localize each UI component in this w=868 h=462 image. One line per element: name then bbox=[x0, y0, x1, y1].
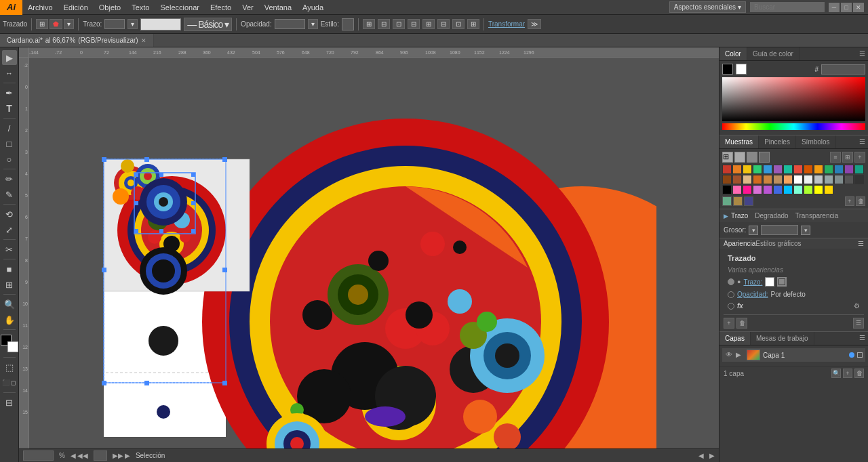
swatch-chocolate[interactable] bbox=[753, 175, 762, 184]
menu-ayuda[interactable]: Ayuda bbox=[297, 1, 329, 14]
mesh-tool[interactable]: ⊞ bbox=[2, 277, 17, 292]
tb-align6[interactable]: ⊟ bbox=[437, 19, 450, 29]
swatch-purple[interactable] bbox=[773, 165, 783, 174]
apariencia-tab-label[interactable]: Apariencia bbox=[724, 240, 755, 247]
swatch-deep-pink[interactable] bbox=[743, 185, 752, 194]
apariencia-trazo-visibility[interactable]: ● bbox=[737, 278, 741, 285]
tb-align3[interactable]: ⊡ bbox=[393, 19, 405, 29]
hex-input[interactable]: 000000 bbox=[821, 64, 865, 75]
ellipse-tool[interactable]: ○ bbox=[2, 152, 17, 167]
next-page-button[interactable]: ▶ bbox=[125, 452, 130, 459]
swatch-orchid[interactable] bbox=[753, 185, 762, 194]
tab-close-button[interactable]: ✕ bbox=[141, 37, 146, 44]
muestras-menu[interactable]: ☰ bbox=[856, 135, 868, 148]
swatch-black[interactable] bbox=[722, 185, 732, 194]
menu-seleccionar[interactable]: Seleccionar bbox=[155, 1, 204, 14]
swatch-sienna[interactable] bbox=[732, 175, 742, 184]
swatch-asbestos[interactable] bbox=[834, 175, 844, 184]
apariencia-new-btn[interactable]: + bbox=[724, 318, 734, 329]
trazo-input[interactable] bbox=[104, 19, 125, 29]
swatch-concrete[interactable] bbox=[824, 175, 833, 184]
trazo-dropdown[interactable]: ▾ bbox=[127, 19, 138, 29]
tb-extra[interactable]: ≫ bbox=[528, 19, 541, 29]
fx-label[interactable]: fx bbox=[737, 302, 743, 310]
tab-capas[interactable]: Capas bbox=[719, 332, 751, 345]
gradient-tool[interactable]: ■ bbox=[2, 261, 17, 276]
workspace-dropdown[interactable]: Aspectos esenciales ▾ bbox=[669, 1, 746, 13]
swatch-violet[interactable] bbox=[844, 165, 854, 174]
grosor-dropdown[interactable]: ▾ bbox=[801, 226, 810, 235]
background-color[interactable] bbox=[7, 341, 18, 352]
stroke-expand-icon[interactable]: ▶ bbox=[724, 213, 728, 219]
stroke-swatch[interactable] bbox=[140, 18, 181, 30]
apariencia-trazo-eye[interactable] bbox=[728, 278, 734, 285]
swatch-burlywood[interactable] bbox=[743, 175, 752, 184]
transparencia-label[interactable]: Transparencia bbox=[795, 212, 839, 219]
tab-muestras[interactable]: Muestras bbox=[719, 135, 759, 148]
menu-edicion[interactable]: Edición bbox=[58, 1, 94, 14]
view-normal[interactable]: ⬛ bbox=[2, 375, 9, 390]
tb-icon-1[interactable]: ⊞ bbox=[36, 19, 48, 29]
menu-ventana[interactable]: Ventana bbox=[259, 1, 297, 14]
layer-eye-1[interactable]: 👁 bbox=[725, 351, 733, 359]
swatch-deep-sky[interactable] bbox=[783, 185, 793, 194]
zoom-tool[interactable]: 🔍 bbox=[2, 297, 17, 312]
swatches-icon-2[interactable] bbox=[734, 152, 745, 163]
swatch-orange[interactable] bbox=[732, 165, 742, 174]
tb-align8[interactable]: ⊞ bbox=[467, 19, 479, 29]
swatches-list-btn[interactable]: ≡ bbox=[830, 152, 841, 163]
tb-align1[interactable]: ⊞ bbox=[363, 19, 375, 29]
search-layers-btn[interactable]: 🔍 bbox=[831, 369, 841, 378]
del-layer-btn[interactable]: 🗑 bbox=[854, 369, 864, 378]
tab-pinceles[interactable]: Pinceles bbox=[759, 135, 796, 148]
swatches-icon-1[interactable]: ⊞ bbox=[722, 152, 733, 163]
swatch-amber[interactable] bbox=[814, 165, 823, 174]
tb-icon-2[interactable]: ⬟ bbox=[50, 19, 62, 29]
new-swatch-btn[interactable]: + bbox=[845, 196, 854, 206]
tb-align7[interactable]: ⊡ bbox=[452, 19, 465, 29]
swatch-special-2[interactable] bbox=[733, 196, 743, 206]
color-spectrum[interactable] bbox=[722, 77, 865, 121]
swatches-icon-3[interactable] bbox=[747, 152, 757, 163]
swatch-silver[interactable] bbox=[814, 175, 823, 184]
capas-menu[interactable]: ☰ bbox=[856, 332, 868, 345]
scale-tool[interactable]: ⤢ bbox=[2, 222, 17, 237]
swatch-dark-teal[interactable] bbox=[854, 165, 864, 174]
estilos-graficos-label[interactable]: Estilos gráficos bbox=[755, 240, 801, 247]
swatch-green-yellow[interactable] bbox=[804, 185, 813, 194]
scroll-right-btn[interactable]: ▶ bbox=[709, 452, 715, 459]
type-tool[interactable]: T bbox=[2, 101, 17, 116]
page-number-input[interactable]: 1 bbox=[94, 450, 107, 461]
estilo-swatch[interactable] bbox=[342, 18, 354, 30]
tab-color[interactable]: Color bbox=[719, 47, 747, 60]
scroll-left-btn[interactable]: ◀ bbox=[698, 452, 704, 459]
white-swatch[interactable] bbox=[736, 64, 747, 75]
swatches-add-btn[interactable]: + bbox=[854, 152, 865, 163]
first-page-button[interactable]: ◀◀ bbox=[77, 452, 88, 459]
document-tab[interactable]: Cardano.ai* al 66,67% (RGB/Previsualizar… bbox=[0, 34, 154, 47]
stroke-type[interactable]: — Básico ▾ bbox=[184, 18, 232, 31]
line-tool[interactable]: / bbox=[2, 121, 17, 135]
swatches-grid-btn[interactable]: ⊞ bbox=[842, 152, 853, 163]
apariencia-menu-btn[interactable]: ☰ bbox=[858, 240, 864, 247]
menu-ver[interactable]: Ver bbox=[237, 1, 259, 14]
opacidad-input[interactable]: 100% bbox=[275, 19, 305, 29]
swatches-icon-4[interactable] bbox=[759, 152, 770, 163]
search-input[interactable] bbox=[750, 2, 825, 12]
tab-guia-color[interactable]: Guía de color bbox=[747, 47, 800, 60]
fill-none-btn[interactable]: ⬚ bbox=[2, 360, 17, 375]
menu-objeto[interactable]: Objeto bbox=[94, 1, 126, 14]
rotate-tool[interactable]: ⟲ bbox=[2, 207, 17, 222]
layer-lock-1[interactable] bbox=[857, 352, 863, 358]
canvas-main[interactable] bbox=[29, 58, 719, 448]
swatch-pink[interactable] bbox=[732, 185, 742, 194]
swatch-aquamarine[interactable] bbox=[793, 185, 803, 194]
pencil-tool[interactable]: ✎ bbox=[2, 187, 17, 202]
prev-page-button[interactable]: ◀ bbox=[71, 452, 76, 459]
swatch-peru[interactable] bbox=[763, 175, 772, 184]
tab-simbolos[interactable]: Símbolos bbox=[796, 135, 836, 148]
tb-align4[interactable]: ⊟ bbox=[408, 19, 420, 29]
rectangle-tool[interactable]: □ bbox=[2, 136, 17, 151]
swatch-sandy[interactable] bbox=[783, 175, 793, 184]
last-page-button[interactable]: ▶▶ bbox=[113, 452, 123, 459]
